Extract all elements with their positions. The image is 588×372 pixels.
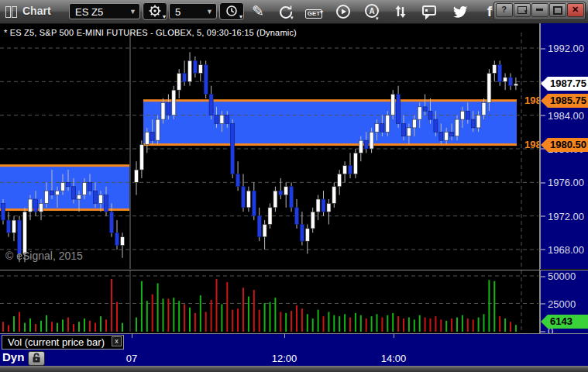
- draw-pencil-icon[interactable]: ✎: [248, 3, 268, 20]
- candlestick-series: [2, 52, 518, 262]
- close-indicator-icon[interactable]: x: [112, 336, 122, 346]
- chevron-down-icon: ▾: [239, 13, 242, 20]
- chevron-down-icon: ▼: [129, 4, 136, 20]
- price-tick-label: 1976.00: [548, 177, 584, 188]
- volume-indicator-label: Vol (current price bar): [8, 336, 105, 348]
- twitter-bird-icon[interactable]: [450, 3, 470, 20]
- price-tick-label: 1968.00: [548, 243, 584, 255]
- last-price-badge: 1987.75: [548, 77, 588, 91]
- time-tick: [394, 334, 394, 338]
- zone-top-line: [143, 99, 517, 102]
- interval-value: 5: [175, 6, 181, 18]
- window-bottom-edge: [0, 365, 588, 372]
- chevron-down-icon: ▾: [163, 13, 166, 20]
- price-tick-label: 1972.00: [548, 210, 584, 222]
- symbol-select[interactable]: ES Z5 ▼: [69, 3, 140, 19]
- clipped-zone-price-label: 198: [524, 95, 540, 106]
- zone-bottom-line: [0, 208, 129, 211]
- lock-button[interactable]: [28, 351, 45, 366]
- get-data-icon[interactable]: GET▾: [304, 3, 324, 20]
- copyright-label: © eSignal, 2015: [5, 250, 83, 262]
- clipped-zone-price-label: 198: [524, 139, 540, 150]
- help-button[interactable]: ?: [496, 3, 513, 17]
- time-axis-bar[interactable]: Vol (current price bar) x Dyn 07 12:00 1…: [0, 333, 588, 366]
- svg-text:▾: ▾: [376, 16, 379, 20]
- comment-bubble-icon[interactable]: [419, 3, 439, 20]
- chevron-down-icon: ▼: [206, 4, 213, 20]
- svg-text:▾: ▾: [291, 15, 294, 20]
- chevron-down-icon: ▾: [320, 4, 323, 21]
- svg-text:A: A: [369, 7, 374, 16]
- layout-button[interactable]: [514, 3, 531, 17]
- maximize-button[interactable]: [549, 3, 566, 17]
- window-title: Chart: [22, 5, 51, 17]
- chart-title: * ES Z5, S&P 500 E-MINI FUTURES - GLOBEX…: [4, 28, 297, 37]
- price-axis[interactable]: 1992.001988.001984.001980.001976.001972.…: [540, 23, 588, 269]
- time-tick: [284, 334, 285, 338]
- current-volume-badge: 6143: [548, 315, 588, 329]
- zone-top-line: [0, 164, 129, 167]
- time-tick: [132, 334, 132, 338]
- time-label: 14:00: [381, 353, 407, 364]
- layout-icon: [518, 6, 527, 14]
- time-label: 07: [126, 353, 137, 364]
- symbol-settings-button[interactable]: ▾: [143, 2, 167, 20]
- reload-arrow-icon[interactable]: ▾: [276, 3, 296, 20]
- price-chart-canvas[interactable]: 198198© eSignal, 2015: [0, 23, 540, 269]
- symbol-value: ES Z5: [75, 6, 103, 18]
- volume-axis[interactable]: 500002500006143: [540, 270, 588, 334]
- expand-arrows-icon[interactable]: [390, 3, 411, 20]
- minimize-icon: [536, 6, 543, 11]
- time-label: 12:00: [272, 353, 297, 364]
- volume-series: [2, 279, 517, 332]
- volume-chart-canvas[interactable]: [0, 270, 540, 333]
- zone-price-badge: 1985.75: [548, 94, 588, 108]
- minimize-button[interactable]: [531, 3, 548, 17]
- volume-tick-label: 25000: [548, 298, 576, 309]
- volume-tick-label: 50000: [548, 270, 576, 282]
- close-button[interactable]: ✕: [567, 3, 584, 17]
- price-tick-label: 1992.00: [548, 43, 584, 54]
- time-template-button[interactable]: ▾: [219, 2, 244, 20]
- play-icon[interactable]: [333, 3, 353, 20]
- titlebar: Chart ES Z5 ▼ ▾ 5 ▼ ▾ ✎: [0, 0, 588, 24]
- chart-window: Chart ES Z5 ▼ ▾ 5 ▼ ▾ ✎: [0, 0, 588, 372]
- supply-demand-zone: [143, 101, 517, 145]
- maximize-icon: [553, 6, 562, 15]
- volume-indicator-tab[interactable]: Vol (current price bar) x: [2, 335, 124, 350]
- dyn-mode-label[interactable]: Dyn: [2, 350, 24, 363]
- chart-window-icon: [5, 6, 18, 16]
- price-tick-label: 1984.00: [548, 109, 584, 121]
- autoscale-icon[interactable]: A ▾: [362, 3, 382, 20]
- lock-icon: [31, 353, 42, 363]
- window-controls: ? ✕: [493, 2, 586, 20]
- axis-divider: [539, 23, 540, 349]
- interval-select[interactable]: 5 ▼: [169, 3, 217, 19]
- zone-price-badge: 1980.50: [548, 138, 588, 152]
- zone-bottom-line: [143, 143, 517, 146]
